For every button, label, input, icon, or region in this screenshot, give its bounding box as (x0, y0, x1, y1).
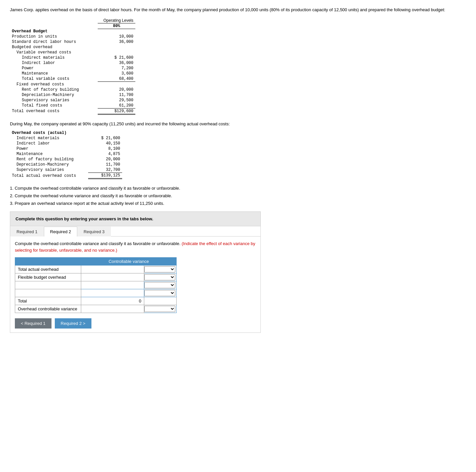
budget-row-value: 36,000 (98, 60, 135, 66)
budget-row-label: Variable overhead costs (10, 50, 98, 55)
cv-input1-4: 0 (81, 297, 144, 305)
budget-row-value: 61,200 (98, 103, 135, 109)
cv-input1-2[interactable] (81, 281, 144, 289)
cv-input2-2[interactable]: FavorableUnfavorableNo variance (144, 281, 176, 289)
budget-row-label: Overhead Budget (10, 29, 98, 34)
intro-text: James Corp. applies overhead on the basi… (10, 7, 466, 13)
budget-row-label: Standard direct labor hours (10, 39, 98, 45)
next-button[interactable]: Required 2 > (55, 318, 91, 329)
budget-row-label: Indirect materials (10, 55, 98, 60)
budget-row-value (98, 29, 135, 34)
tab-req3[interactable]: Required 3 (77, 227, 111, 236)
cv-select-0[interactable]: FavorableUnfavorableNo variance (144, 266, 175, 272)
cv-input1-5 (81, 305, 144, 313)
actual-row-label: Total actual overhead costs (10, 173, 88, 179)
cv-row-label-3 (15, 289, 81, 297)
tabs-container: Required 1Required 2Required 3 Compute t… (10, 226, 261, 333)
budget-row-label: Total variable costs (10, 76, 98, 82)
budget-row-value: 36,000 (98, 39, 135, 45)
actual-table: Overhead costs (actual)Indirect material… (10, 130, 122, 179)
cv-select-2[interactable]: FavorableUnfavorableNo variance (144, 282, 175, 288)
actual-row-value: $ 21,600 (88, 136, 122, 141)
cv-select-5[interactable]: FavorableUnfavorableNo variance (144, 306, 175, 312)
actual-row-label: Rent of factory building (10, 157, 88, 162)
cv-row-label-4: Total (15, 297, 81, 305)
actual-row-value: $139,125 (88, 173, 122, 179)
actual-row-value: 20,000 (88, 157, 122, 162)
cv-input1-field-3[interactable] (81, 289, 144, 297)
complete-box: Complete this question by entering your … (10, 211, 261, 226)
budget-row-value: 7,200 (98, 66, 135, 71)
instruction-item: 3. Prepare an overhead variance report a… (10, 200, 466, 207)
actual-row-label: Indirect labor (10, 141, 88, 146)
budget-row-value: $129,600 (98, 108, 135, 114)
cv-row-label-0: Total actual overhead (15, 266, 81, 273)
actual-row-label: Overhead costs (actual) (10, 130, 88, 136)
tab-req2[interactable]: Required 2 (44, 227, 78, 236)
cv-input2-1[interactable]: FavorableUnfavorableNo variance (144, 273, 176, 281)
budget-row-value (98, 45, 135, 50)
budget-row-value: 3,600 (98, 71, 135, 76)
cv-row-label-5: Overhead controllable variance (15, 305, 81, 313)
cv-input1-1 (81, 273, 144, 281)
budget-row-label: Power (10, 66, 98, 71)
cv-select-3[interactable]: FavorableUnfavorableNo variance (144, 290, 175, 296)
cv-input1-0 (81, 266, 144, 273)
budget-row-label: Fixed overhead costs (10, 82, 98, 87)
budget-row-label: Maintenance (10, 71, 98, 76)
instruction-item: 2. Compute the overhead volume variance … (10, 193, 466, 200)
actual-row-value (88, 130, 122, 136)
cv-input2-4 (144, 297, 176, 305)
tab-desc-normal: Compute the overhead controllable varian… (15, 241, 181, 246)
nav-buttons: < Required 1 Required 2 > (15, 318, 256, 329)
budget-row-value (98, 82, 135, 87)
cv-row-label-1: Flexible budget overhead (15, 273, 81, 281)
actual-row-value: 11,700 (88, 162, 122, 167)
cv-input1-field-2[interactable] (81, 281, 144, 289)
tab-req1[interactable]: Required 1 (10, 227, 44, 236)
budget-row-label: Production in units (10, 34, 98, 39)
actual-row-label: Maintenance (10, 151, 88, 157)
budget-row-value: 29,500 (98, 98, 135, 103)
cv-header-title: Controllable variance (81, 258, 177, 266)
cv-header-empty (15, 258, 81, 266)
budget-col-pct: 80% (98, 23, 135, 29)
operating-levels-header: Operating Levels (98, 18, 135, 23)
budget-row-label: Budgeted overhead (10, 45, 98, 50)
cv-input2-5[interactable]: FavorableUnfavorableNo variance (144, 305, 176, 313)
cv-input1-3[interactable] (81, 289, 144, 297)
actual-row-value: 8,100 (88, 146, 122, 151)
budget-row-value: 20,000 (98, 87, 135, 92)
actual-row-label: Depreciation-Machinery (10, 162, 88, 167)
cv-row-label-2 (15, 281, 81, 289)
actual-section-intro: During May, the company operated at 90% … (10, 121, 466, 127)
instruction-item: 1. Compute the overhead controllable var… (10, 185, 466, 192)
budget-row-label: Supervisory salaries (10, 98, 98, 103)
budget-row-value: 11,700 (98, 92, 135, 98)
actual-row-value: 40,150 (88, 141, 122, 146)
budget-row-label: Indirect labor (10, 60, 98, 66)
actual-row-label: Power (10, 146, 88, 151)
budget-row-value (98, 50, 135, 55)
budget-row-value: 10,000 (98, 34, 135, 39)
actual-row-label: Indirect materials (10, 136, 88, 141)
budget-row-label: Total fixed costs (10, 103, 98, 109)
budget-row-label: Total overhead costs (10, 108, 98, 114)
budget-row-label: Depreciation-Machinery (10, 92, 98, 98)
budget-row-value: 68,400 (98, 76, 135, 82)
cv-table: Controllable variance Total actual overh… (15, 257, 177, 313)
budget-row-label: Rent of factory building (10, 87, 98, 92)
tab-description: Compute the overhead controllable varian… (15, 240, 256, 253)
cv-input2-3[interactable]: FavorableUnfavorableNo variance (144, 289, 176, 297)
tabs-row: Required 1Required 2Required 3 (10, 226, 260, 236)
cv-input2-0[interactable]: FavorableUnfavorableNo variance (144, 266, 176, 273)
actual-row-value: 32,700 (88, 167, 122, 173)
budget-row-value: $ 21,600 (98, 55, 135, 60)
instructions-block: 1. Compute the overhead controllable var… (10, 185, 466, 207)
actual-row-value: 4,875 (88, 151, 122, 157)
tab-content-area: Compute the overhead controllable varian… (10, 236, 260, 332)
cv-select-1[interactable]: FavorableUnfavorableNo variance (144, 274, 175, 280)
budget-table: Operating Levels 80% Overhead BudgetProd… (10, 18, 135, 115)
actual-row-label: Supervisory salaries (10, 167, 88, 173)
prev-button[interactable]: < Required 1 (15, 318, 51, 329)
